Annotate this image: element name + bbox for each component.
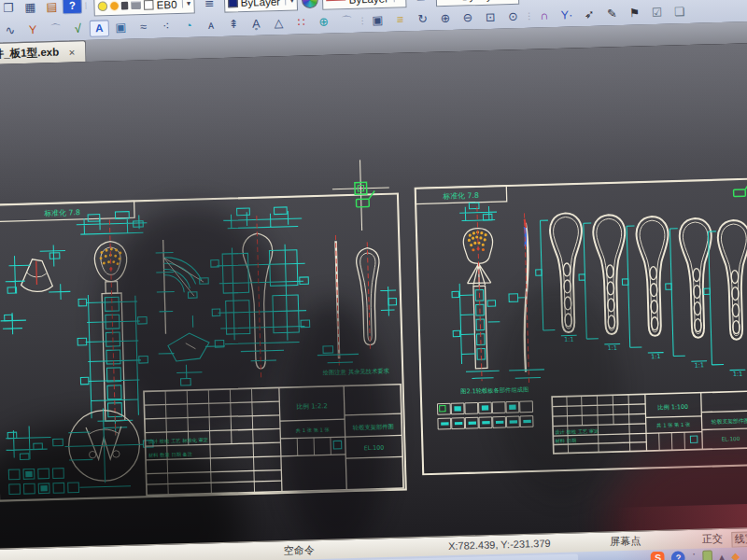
arc-fit-icon[interactable]: ⌒ (335, 12, 358, 32)
text-frame-icon[interactable]: A (90, 20, 109, 36)
cad-application-window: ▾❐▦▤?⁞ EB0 ▾ ≣ ByLayer ▾ ByLayer ▾ (0, 0, 747, 560)
check-tool-icon[interactable]: √ (66, 20, 89, 39)
separator: ⋮ (525, 7, 533, 26)
security-app-icon[interactable]: ◆ (731, 549, 740, 560)
text-pair-icon[interactable]: ᴀ (200, 16, 222, 35)
status-screen-point[interactable]: 屏幕点 (610, 535, 641, 550)
flag-tool-icon[interactable]: ⚑ (624, 4, 646, 23)
annotate-icon[interactable]: Ḁ (245, 15, 267, 35)
edit-text-icon[interactable]: ✎ (600, 5, 623, 24)
chevron-down-icon[interactable]: ▾ (182, 0, 191, 8)
leader-arrow-icon[interactable]: ➶ (578, 6, 600, 25)
linetype-list-icon[interactable]: ≡ (523, 0, 545, 4)
chevron-down-icon[interactable]: ▾ (285, 0, 294, 6)
layer-on-icon (98, 1, 108, 11)
crosshair-cursor[interactable] (331, 160, 390, 231)
curve-plot-icon[interactable]: ∿ (0, 21, 21, 41)
layer-freeze-icon (110, 2, 119, 10)
sogou-input-icon[interactable]: S (651, 552, 665, 560)
monitor-photo: ▾❐▦▤?⁞ EB0 ▾ ≣ ByLayer ▾ ByLayer ▾ (0, 0, 747, 560)
cursor-layer (0, 43, 747, 549)
status-ortho-toggle[interactable]: 正交 (702, 532, 723, 546)
lineweight-sample (326, 0, 345, 1)
layer-dropdown[interactable]: EB0 ▾ (93, 0, 195, 17)
pan-tool-icon[interactable]: ↻ (412, 10, 434, 30)
dim-style-icon[interactable]: △ (268, 14, 290, 34)
color-swatch (228, 0, 238, 7)
layer-plot-icon (131, 0, 141, 9)
document-tab-title: 壳件_板1型.exb (0, 45, 59, 62)
show-hidden-icons[interactable]: ▴ (719, 550, 725, 560)
help-icon[interactable]: ? (63, 0, 82, 14)
fillet-tool-icon[interactable]: ⌒ (44, 21, 66, 40)
layer-manager-group: ≣ (198, 0, 220, 12)
system-tray: S?⁚▴◆◢◗ (651, 548, 747, 560)
tab-close-icon[interactable]: × (69, 46, 76, 58)
linetype-list-group: ≡ (523, 0, 545, 4)
coordinates-display: X:782.439, Y:-231.379 (448, 537, 551, 552)
color-value: ByLayer (241, 0, 281, 7)
color-wheel-icon[interactable] (302, 0, 318, 8)
layer-color-swatch (144, 0, 154, 9)
separator: ⋮ (358, 12, 366, 31)
zoom-all-icon[interactable]: ⊙ (501, 7, 524, 27)
zoom-window-icon[interactable]: ⊡ (479, 8, 501, 28)
table-calc-icon[interactable]: ▦ (19, 0, 41, 18)
linetype-value: ByLayer (461, 0, 501, 2)
mini-tray-icon[interactable]: ⁚ (692, 550, 696, 560)
palette-group (302, 0, 318, 8)
command-status: 空命令 (284, 543, 315, 558)
cursor-edit-badge-icon (356, 191, 374, 207)
chevron-down-icon[interactable]: ▾ (393, 0, 402, 2)
zoom-out-icon[interactable]: ⊖ (457, 8, 479, 28)
pie-view-icon[interactable]: ◔ (177, 17, 200, 36)
raster-image-icon[interactable]: ▣ (110, 19, 133, 38)
toolbox-icon[interactable]: ▤ (41, 0, 63, 17)
lineweight-list-group: ≣ (410, 0, 432, 7)
lineweight-list-icon[interactable]: ≣ (410, 0, 432, 7)
array-grid-icon[interactable]: ∷ (290, 13, 313, 33)
snap-magnet-icon[interactable]: ∩ (533, 7, 556, 26)
layer-lock-icon (121, 1, 129, 9)
lineweight-value: ByLayer (348, 0, 388, 5)
checkbox-tool-icon[interactable]: ☑ (646, 4, 669, 23)
battery-icon[interactable] (702, 550, 712, 560)
drawing-canvas[interactable]: 标准化 7.8 (0, 43, 747, 549)
layer-name: EB0 (156, 0, 176, 10)
image-frame-icon[interactable]: ❏ (669, 3, 691, 22)
color-dropdown[interactable]: ByLayer ▾ (224, 0, 299, 13)
point-spray-icon[interactable]: ⁖ (155, 17, 177, 36)
wheel-insert-icon[interactable]: ⊕ (313, 13, 335, 33)
trim-tool-icon[interactable]: Υ (21, 21, 44, 40)
spline-edit-icon[interactable]: ≈ (133, 18, 155, 37)
blue-app-icon[interactable]: ? (671, 551, 685, 560)
frame-view-icon[interactable]: ▣ (367, 11, 389, 31)
table-bar-icon[interactable]: ≡ (389, 10, 412, 30)
layer-manager-icon[interactable]: ≣ (198, 0, 220, 12)
new-window-icon[interactable]: ❐ (0, 0, 20, 18)
zoom-in-icon[interactable]: ⊕ (434, 9, 457, 29)
file-icons-group: ▾❐▦▤?⁞ (0, 0, 91, 19)
status-linewidth-toggle[interactable]: 线宽 (731, 531, 747, 548)
separator: ⁞ (82, 0, 91, 16)
move-text-icon[interactable]: ⇞ (222, 15, 245, 35)
branch-node-icon[interactable]: Y· (556, 6, 578, 25)
